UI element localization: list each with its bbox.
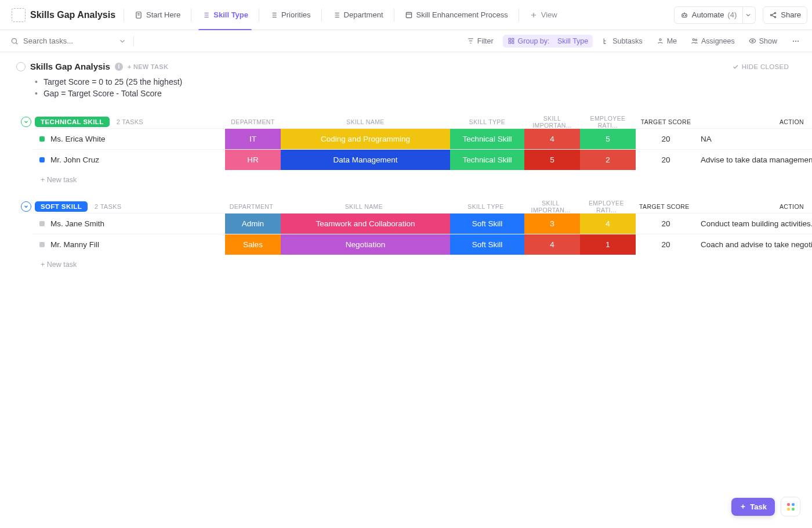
doc-icon: [135, 11, 143, 19]
cell-department[interactable]: IT: [225, 129, 281, 149]
cell-employee-rating[interactable]: 2: [580, 150, 636, 170]
cell-skill-name[interactable]: Coding and Programming: [281, 129, 450, 149]
cell-department[interactable]: HR: [225, 150, 281, 170]
task-row[interactable]: Mr. John Cruz HR Data Management Technic…: [32, 149, 812, 170]
cell-target-score[interactable]: 20: [636, 150, 696, 170]
cell-skill-name[interactable]: Teamwork and Collaboration: [281, 214, 450, 234]
automate-label: Automate: [692, 10, 724, 19]
task-row[interactable]: Ms. Jane Smith Admin Teamwork and Collab…: [32, 213, 812, 234]
automate-button[interactable]: Automate (4): [674, 6, 744, 24]
cell-action[interactable]: Conduct team building activities.: [696, 214, 812, 234]
cell-target-score[interactable]: 20: [636, 129, 696, 149]
svg-rect-1: [406, 12, 411, 17]
cell-skill-importance[interactable]: 5: [524, 150, 580, 170]
cell-employee-rating[interactable]: 5: [580, 129, 636, 149]
add-task-row[interactable]: + New task: [0, 255, 812, 269]
col-action[interactable]: ACTION: [694, 203, 812, 210]
col-skill-importance[interactable]: SKILL IMPORTAN...: [524, 115, 580, 129]
search-field[interactable]: [10, 36, 126, 46]
task-name-cell[interactable]: Mr. Manny Fill: [32, 234, 225, 255]
col-skill-type[interactable]: SKILL TYPE: [450, 118, 524, 125]
col-department[interactable]: DEPARTMENT: [225, 118, 281, 125]
add-view-button[interactable]: View: [523, 0, 564, 30]
cell-target-score[interactable]: 20: [636, 214, 696, 234]
cell-skill-name[interactable]: Data Management: [281, 150, 450, 170]
cell-target-score[interactable]: 20: [636, 234, 696, 255]
tab-priorities[interactable]: Priorities: [263, 0, 318, 30]
assignees-button[interactable]: Assignees: [686, 35, 740, 48]
task-name-cell[interactable]: Mr. John Cruz: [32, 150, 225, 170]
task-row[interactable]: Ms. Erica White IT Coding and Programmin…: [32, 128, 812, 149]
tab-start-here[interactable]: Start Here: [128, 0, 187, 30]
group-header: Soft Skill 2 TASKS DEPARTMENT SKILL NAME…: [0, 200, 812, 213]
task-group: Technical Skill 2 TASKS DEPARTMENT SKILL…: [0, 115, 812, 184]
groupby-button[interactable]: Group by: Skill Type: [503, 35, 593, 48]
svg-point-13: [659, 39, 661, 41]
cell-department[interactable]: Sales: [225, 234, 281, 255]
more-button[interactable]: [786, 34, 805, 48]
collapse-toggle[interactable]: [21, 201, 31, 212]
space-title: Skills Gap Analysis: [30, 10, 115, 20]
cell-employee-rating[interactable]: 4: [580, 214, 636, 234]
svg-rect-12: [512, 42, 513, 44]
filter-button[interactable]: Filter: [462, 35, 498, 48]
col-department[interactable]: DEPARTMENT: [223, 203, 279, 210]
cell-skill-importance[interactable]: 4: [524, 234, 580, 255]
tab-department[interactable]: Department: [325, 0, 390, 30]
info-icon[interactable]: i: [115, 63, 123, 71]
hide-closed-button[interactable]: HIDE CLOSED: [732, 63, 789, 70]
group-pill[interactable]: Technical Skill: [35, 117, 110, 127]
col-action[interactable]: ACTION: [696, 118, 812, 125]
task-name-cell[interactable]: Ms. Jane Smith: [32, 214, 225, 234]
col-target-score[interactable]: TARGET SCORE: [636, 118, 696, 125]
status-circle-icon[interactable]: [16, 62, 26, 71]
cell-action[interactable]: Coach and advise to take negotiati: [696, 234, 812, 255]
person-name: Ms. Jane Smith: [50, 219, 104, 228]
add-task-row[interactable]: + New task: [0, 170, 812, 184]
task-name-cell[interactable]: Ms. Erica White: [32, 129, 225, 149]
subtasks-button[interactable]: Subtasks: [597, 35, 647, 48]
apps-button[interactable]: [781, 497, 800, 516]
cell-department[interactable]: Admin: [225, 214, 281, 234]
cell-skill-type[interactable]: Soft Skill: [450, 234, 524, 255]
new-task-fab[interactable]: Task: [731, 498, 775, 516]
svg-point-8: [12, 38, 16, 43]
col-skill-importance[interactable]: SKILL IMPORTAN...: [523, 200, 578, 214]
space-icon[interactable]: [12, 8, 26, 22]
group-pill[interactable]: Soft Skill: [35, 201, 88, 212]
cell-skill-name[interactable]: Negotiation: [281, 234, 450, 255]
cell-action[interactable]: NA: [696, 129, 812, 149]
share-button[interactable]: Share: [763, 6, 807, 24]
cell-skill-type[interactable]: Soft Skill: [450, 214, 524, 234]
me-button[interactable]: Me: [652, 35, 682, 48]
cell-skill-importance[interactable]: 3: [524, 214, 580, 234]
search-input[interactable]: [22, 36, 103, 46]
tab-skill-enhancement[interactable]: Skill Enhancement Process: [398, 0, 515, 30]
floating-buttons: Task: [731, 497, 800, 516]
task-row[interactable]: Mr. Manny Fill Sales Negotiation Soft Sk…: [32, 234, 812, 255]
show-button[interactable]: Show: [744, 35, 782, 48]
automate-menu-button[interactable]: [741, 6, 756, 24]
cell-employee-rating[interactable]: 1: [580, 234, 636, 255]
col-employee-rating[interactable]: EMPLOYEE RATI...: [578, 200, 634, 214]
chevron-down-icon[interactable]: [118, 37, 126, 45]
new-task-link[interactable]: + NEW TASK: [128, 63, 168, 70]
svg-point-15: [695, 39, 697, 41]
collapse-toggle[interactable]: [21, 117, 31, 127]
col-employee-rating[interactable]: EMPLOYEE RATI...: [580, 115, 636, 129]
col-skill-name[interactable]: SKILL NAME: [279, 203, 448, 210]
cell-skill-type[interactable]: Technical Skill: [450, 150, 524, 170]
filter-toolbar: Filter Group by: Skill Type Subtasks Me …: [0, 30, 812, 52]
task-count: 2 TASKS: [95, 203, 121, 210]
task-group: Soft Skill 2 TASKS DEPARTMENT SKILL NAME…: [0, 200, 812, 269]
top-tab-bar: Skills Gap Analysis Start Here Skill Typ…: [0, 0, 812, 30]
main-content: Skills Gap Analysis i + NEW TASK HIDE CL…: [0, 52, 812, 269]
cell-action[interactable]: Advise to take data management c: [696, 150, 812, 170]
tab-skill-type[interactable]: Skill Type: [195, 0, 255, 30]
cell-skill-type[interactable]: Technical Skill: [450, 129, 524, 149]
cell-skill-importance[interactable]: 4: [524, 129, 580, 149]
col-target-score[interactable]: TARGET SCORE: [634, 203, 694, 210]
col-skill-type[interactable]: SKILL TYPE: [448, 203, 523, 210]
filter-icon: [467, 37, 474, 45]
col-skill-name[interactable]: SKILL NAME: [281, 118, 450, 125]
